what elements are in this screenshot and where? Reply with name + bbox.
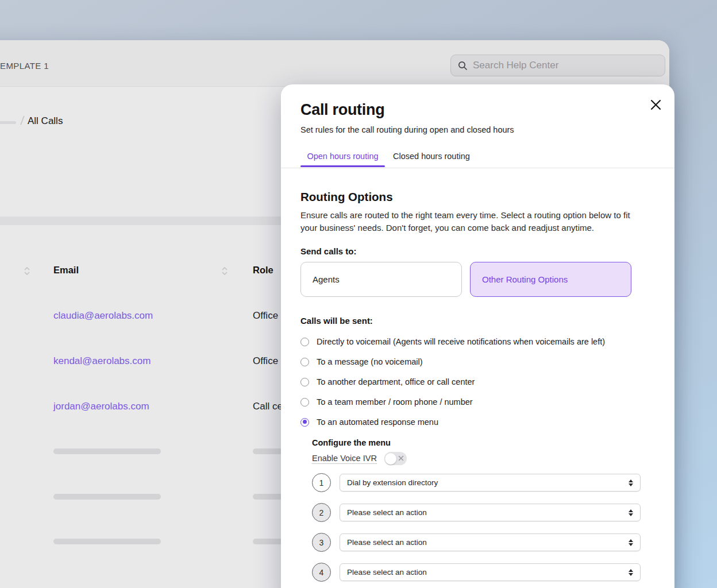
select-arrows-icon <box>629 539 633 546</box>
active-tab-indicator <box>300 165 385 167</box>
radio-icon[interactable] <box>300 358 309 366</box>
close-icon <box>650 99 661 110</box>
email-link[interactable]: kendal@aerolabs.com <box>53 355 151 367</box>
calls-sent-label: Calls will be sent: <box>300 316 373 326</box>
radio-icon[interactable] <box>300 378 309 386</box>
choice-department[interactable]: To another department, office or call ce… <box>300 376 605 388</box>
select-value: Please select an action <box>347 508 427 517</box>
calls-sent-choices: Directly to voicemail (Agents will recei… <box>300 336 605 428</box>
search-input[interactable] <box>473 60 658 71</box>
routing-options-heading: Routing Options <box>300 190 393 204</box>
sort-icon[interactable] <box>221 266 228 276</box>
select-arrows-icon <box>629 509 633 516</box>
step-number: 4 <box>312 563 331 582</box>
step-number: 3 <box>312 533 331 552</box>
call-routing-modal: Call routing Set rules for the call rout… <box>281 84 674 588</box>
breadcrumb-current[interactable]: All Calls <box>28 115 63 127</box>
step-action-select[interactable]: Dial by extension directory <box>340 474 641 492</box>
help-center-search[interactable] <box>450 55 665 76</box>
divider <box>281 168 674 168</box>
toggle-knob <box>385 453 396 465</box>
template-label: EMPLATE 1 <box>0 61 49 71</box>
step-action-select[interactable]: Please select an action <box>340 563 641 581</box>
select-arrows-icon <box>629 569 633 576</box>
skeleton-bar <box>53 539 161 544</box>
routing-option-agents[interactable]: Agents <box>300 262 462 297</box>
menu-step-2: 2 Please select an action <box>312 503 657 522</box>
modal-title: Call routing <box>300 101 384 119</box>
column-header-email[interactable]: Email <box>53 265 79 276</box>
radio-icon[interactable] <box>300 418 309 427</box>
select-value: Please select an action <box>347 568 427 577</box>
role-cell: Call ce <box>253 401 283 412</box>
voice-ivr-toggle[interactable] <box>384 452 407 465</box>
choice-voicemail[interactable]: Directly to voicemail (Agents will recei… <box>300 336 605 347</box>
menu-step-3: 3 Please select an action <box>312 533 657 552</box>
close-button[interactable] <box>647 96 664 113</box>
step-number: 2 <box>312 503 331 522</box>
routing-options-description: Ensure calls are routed to the right tea… <box>300 209 633 234</box>
role-cell: Office <box>253 310 278 322</box>
breadcrumb-separator: / <box>20 114 25 127</box>
tab-closed-hours-routing[interactable]: Closed hours routing <box>393 152 470 161</box>
choice-label: To another department, office or call ce… <box>317 377 475 386</box>
step-number: 1 <box>312 473 331 492</box>
select-value: Dial by extension directory <box>347 478 438 487</box>
routing-option-other[interactable]: Other Routing Options <box>470 262 631 297</box>
skeleton-bar <box>53 494 161 500</box>
breadcrumb-skeleton <box>0 121 16 124</box>
sort-icon[interactable] <box>24 266 30 276</box>
email-link[interactable]: claudia@aerolabs.com <box>53 310 153 322</box>
select-value: Please select an action <box>347 538 427 547</box>
modal-subtitle: Set rules for the call routing during op… <box>300 125 514 134</box>
step-action-select[interactable]: Please select an action <box>340 533 641 551</box>
configure-menu-heading: Configure the menu <box>312 438 391 447</box>
search-icon <box>458 61 468 71</box>
choice-team-member[interactable]: To a team member / room phone / number <box>300 396 605 408</box>
skeleton-bar <box>53 448 161 454</box>
role-cell: Office <box>253 355 278 367</box>
column-header-role[interactable]: Role <box>253 265 273 276</box>
radio-icon[interactable] <box>300 338 309 346</box>
choice-message[interactable]: To a message (no voicemail) <box>300 356 605 368</box>
choice-label: To an automated response menu <box>317 417 438 427</box>
menu-step-1: 1 Dial by extension directory <box>312 473 657 492</box>
step-action-select[interactable]: Please select an action <box>340 504 641 521</box>
tab-open-hours-routing[interactable]: Open hours routing <box>300 152 385 161</box>
choice-label: Directly to voicemail (Agents will recei… <box>317 337 605 346</box>
desktop: EMPLATE 1 / All Calls Email Role <box>0 0 717 588</box>
choice-label: To a message (no voicemail) <box>317 357 423 366</box>
enable-voice-ivr-label: Enable Voice IVR <box>312 454 377 464</box>
enable-voice-ivr-row: Enable Voice IVR <box>312 452 407 465</box>
select-arrows-icon <box>629 479 633 486</box>
send-calls-label: Send calls to: <box>300 246 357 256</box>
choice-label: To a team member / room phone / number <box>317 397 473 407</box>
menu-step-4: 4 Please select an action <box>312 563 657 582</box>
radio-icon[interactable] <box>300 398 309 407</box>
email-link[interactable]: jordan@aerolabs.com <box>53 401 149 412</box>
choice-automated-menu[interactable]: To an automated response menu <box>300 416 605 428</box>
toggle-off-icon <box>398 455 404 461</box>
